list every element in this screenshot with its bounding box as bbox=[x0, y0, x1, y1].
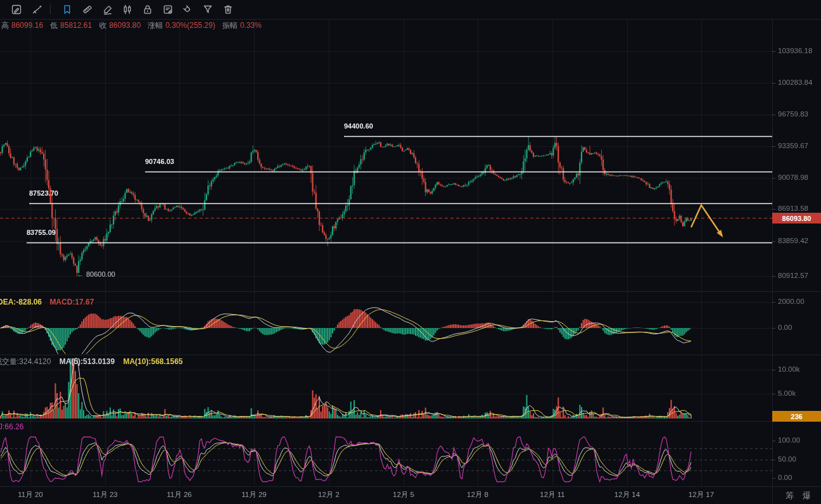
trash-icon[interactable] bbox=[220, 2, 236, 17]
candles-icon[interactable] bbox=[120, 2, 135, 17]
info-item: 涨幅0.30%(255.29) bbox=[148, 21, 222, 30]
price-axis-tick: 86913.58 bbox=[778, 205, 808, 212]
toolbar bbox=[0, 0, 821, 19]
volume-badge: 236 bbox=[772, 411, 821, 422]
info-item: 振幅0.33% bbox=[222, 21, 269, 30]
price-axis-tick: 80912.57 bbox=[778, 272, 808, 279]
date-label: 11月 29 bbox=[231, 490, 277, 500]
filter-icon[interactable] bbox=[200, 2, 215, 17]
current-price-badge: 86093.80 bbox=[772, 213, 821, 224]
note-edit-icon[interactable] bbox=[160, 2, 175, 17]
price-axis[interactable]: 103936.18100283.8496759.8393359.6790078.… bbox=[772, 0, 821, 504]
lock-icon[interactable] bbox=[140, 2, 155, 17]
chips-distribution-button[interactable]: 筹 bbox=[786, 490, 794, 501]
date-label: 11月 23 bbox=[82, 490, 128, 500]
kdj-axis-tick: 0.00 bbox=[778, 474, 792, 481]
price-axis-tick: 93359.67 bbox=[778, 142, 808, 149]
date-label: 12月 8 bbox=[455, 490, 500, 500]
time-axis[interactable]: 11月 2011月 2311月 2611月 2912月 212月 512月 81… bbox=[0, 486, 821, 504]
volume-axis-tick: 10.00k bbox=[778, 365, 800, 373]
kdj-axis-tick: 50.00 bbox=[778, 455, 796, 463]
info-item: 高86099.16 bbox=[1, 21, 50, 30]
magnet-icon[interactable] bbox=[180, 2, 195, 17]
price-axis-tick: 90078.98 bbox=[778, 173, 808, 181]
bookmark-icon[interactable] bbox=[60, 2, 75, 17]
ohlc-info-bar: 高86099.16低85812.61收86093.80涨幅0.30%(255.2… bbox=[1, 20, 269, 31]
kdj-axis-tick: 100.00 bbox=[778, 436, 800, 444]
ruler-icon[interactable] bbox=[80, 2, 95, 17]
price-axis-tick: 83859.42 bbox=[778, 237, 808, 244]
date-label: 12月 5 bbox=[381, 490, 426, 500]
info-item: 收86093.80 bbox=[99, 21, 148, 30]
date-label: 11月 26 bbox=[156, 490, 202, 500]
date-label: 12月 17 bbox=[678, 490, 724, 500]
chart-canvas[interactable] bbox=[0, 0, 821, 504]
date-label: 12月 11 bbox=[530, 490, 575, 500]
trend-line-icon[interactable] bbox=[30, 2, 45, 17]
toolbar-divider bbox=[50, 4, 51, 15]
volume-axis-tick: 5.00k bbox=[778, 389, 796, 397]
price-axis-tick: 96759.83 bbox=[778, 110, 808, 118]
macd-axis-tick: 2000.00 bbox=[778, 298, 805, 305]
info-item: 低85812.61 bbox=[50, 21, 99, 30]
price-axis-tick: 100283.84 bbox=[778, 79, 812, 86]
date-label: 12月 14 bbox=[604, 490, 650, 500]
brush-icon[interactable] bbox=[100, 2, 115, 17]
liquidation-button[interactable]: 爆 bbox=[803, 490, 811, 501]
date-label: 11月 20 bbox=[8, 490, 53, 500]
chart-edit-icon[interactable] bbox=[9, 2, 24, 17]
price-axis-tick: 103936.18 bbox=[778, 47, 812, 54]
trading-chart-app: 高86099.16低85812.61收86093.80涨幅0.30%(255.2… bbox=[0, 0, 821, 504]
macd-axis-tick: 0.00 bbox=[778, 324, 792, 331]
date-label: 12月 2 bbox=[306, 490, 352, 500]
